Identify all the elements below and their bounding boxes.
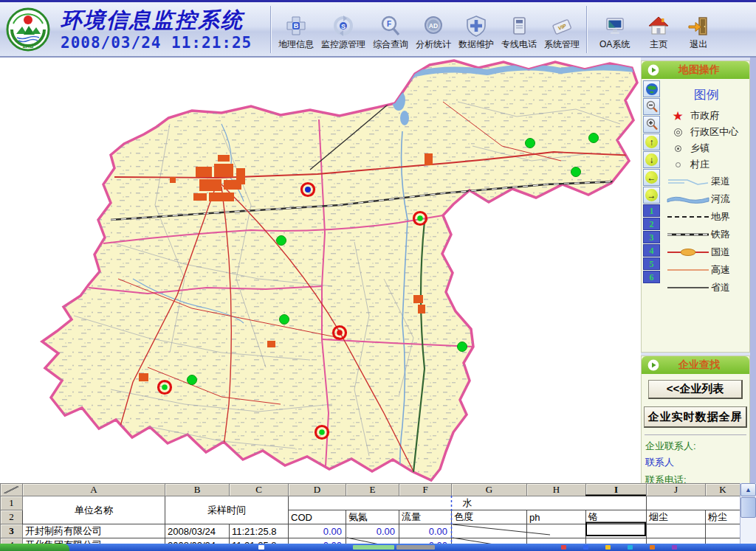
param-cr: 铬 — [586, 510, 647, 524]
canal-line-icon — [667, 176, 709, 187]
col-header-J[interactable]: J — [647, 484, 706, 496]
grid-corner[interactable] — [1, 484, 23, 496]
app-title: 环境信息监控系统 — [61, 7, 267, 32]
svg-text:F: F — [387, 20, 391, 28]
tray-icon[interactable] — [561, 545, 566, 550]
vip-card-icon: VIP — [551, 15, 573, 37]
legend-title: 图例 — [664, 86, 749, 103]
nav-system-manage[interactable]: VIP 系统管理 — [540, 15, 583, 51]
nav-data-maintain[interactable]: 数据维护 — [455, 15, 498, 51]
row-header-1[interactable]: 1 — [1, 496, 23, 510]
table-row: 3 开封制药有限公司 2008/03/24 11:21:25.8 0.00 0.… — [1, 524, 740, 538]
cr-cell[interactable] — [586, 524, 647, 538]
map-marker-green[interactable] — [589, 134, 599, 143]
nav-stats[interactable]: AD 分析统计 — [412, 15, 455, 51]
col-header-C[interactable]: C — [230, 484, 289, 496]
nav-geo-info[interactable]: B 地理信息 — [275, 15, 317, 51]
unit-name-header: 单位名称 — [23, 496, 165, 524]
colority-cell[interactable] — [452, 524, 527, 538]
grid-scrollbar[interactable]: ▲ — [740, 483, 756, 550]
tray-icon[interactable] — [605, 545, 611, 550]
col-header-B[interactable]: B — [165, 484, 230, 496]
col-header-D[interactable]: D — [289, 484, 346, 496]
scale-button-2[interactable]: 2 — [643, 218, 660, 230]
scale-button-6[interactable]: 6 — [643, 271, 660, 283]
map-legend: 图例 ★ 市政府 行政区中心 乡镇 村庄 — [664, 80, 749, 297]
row-header-2[interactable]: 2 — [1, 510, 23, 524]
nav-exit[interactable]: 退出 — [678, 15, 718, 51]
legend-item-expressway: 高速 — [664, 261, 749, 279]
col-header-I[interactable]: I — [586, 484, 647, 496]
map-panel-header[interactable]: 地图操作 — [642, 61, 749, 79]
map-viewport[interactable] — [0, 58, 641, 483]
nav-query[interactable]: F 综合查询 — [369, 15, 412, 51]
map-marker-green[interactable] — [277, 236, 286, 246]
col-header-E[interactable]: E — [346, 484, 399, 496]
row-header-3[interactable]: 3 — [1, 524, 23, 538]
header-bar: ZHB 环境信息监控系统 2008/03/24 11:21:25 B 地理信息 … — [0, 0, 756, 58]
exit-door-icon — [687, 15, 709, 37]
scroll-up-button[interactable]: ▲ — [740, 483, 756, 496]
taskbar-item[interactable] — [353, 545, 394, 550]
nav-oa-system[interactable]: OA系统 — [591, 15, 639, 51]
taskbar-item[interactable] — [396, 545, 435, 550]
right-nav: OA系统 主页 退出 — [591, 5, 718, 54]
flow-cell[interactable]: 0.00 — [399, 524, 452, 538]
map-marker-green[interactable] — [526, 139, 535, 148]
param-cod: COD — [289, 510, 346, 524]
full-extent-button[interactable] — [643, 80, 660, 97]
pan-up-button[interactable]: ↑ — [643, 134, 660, 150]
tray-icon[interactable] — [672, 545, 677, 550]
arrow-up-icon: ↑ — [645, 136, 658, 148]
nav-home[interactable]: 主页 — [639, 15, 678, 51]
nav-hotline[interactable]: 专线电话 — [498, 15, 540, 51]
nav-label: 退出 — [690, 38, 707, 51]
tray-icon[interactable] — [628, 545, 633, 550]
map-marker-green[interactable] — [458, 342, 467, 352]
national-road-icon — [667, 248, 709, 257]
enterprise-name-cell[interactable]: 开封制药有限公司 — [23, 524, 165, 538]
pan-down-button[interactable]: ↓ — [643, 151, 660, 168]
nh3-cell[interactable]: 0.00 — [346, 524, 399, 538]
realtime-fullscreen-button[interactable]: 企业实时数据全屏 — [644, 406, 747, 428]
col-header-F[interactable]: F — [399, 484, 452, 496]
col-header-G[interactable]: G — [452, 484, 527, 496]
tray-icon[interactable] — [583, 545, 588, 550]
enterprise-list-button[interactable]: <<企业列表 — [648, 380, 743, 399]
sample-date-cell[interactable]: 2008/03/24 — [165, 524, 230, 538]
windows-taskbar[interactable] — [0, 544, 756, 551]
col-header-H[interactable]: H — [527, 484, 586, 496]
zoom-out-button[interactable] — [643, 98, 660, 115]
start-button[interactable] — [0, 544, 69, 551]
col-header-K[interactable]: K — [706, 484, 740, 496]
taskbar-caret-icon[interactable] — [258, 545, 264, 550]
data-table[interactable]: A B C D E F G H I J K 1 单位名称 采样时间 水 2 — [0, 483, 740, 551]
empty-group-header — [647, 496, 740, 510]
scale-button-5[interactable]: 5 — [643, 257, 660, 270]
red-star-icon: ★ — [672, 110, 683, 122]
ph-cell[interactable] — [527, 524, 586, 538]
pan-left-button[interactable]: ← — [643, 169, 660, 186]
scroll-thumb[interactable] — [740, 497, 756, 518]
map-marker-green[interactable] — [280, 315, 289, 325]
enterprise-panel-header[interactable]: 企业查找 — [642, 356, 749, 374]
pan-right-button[interactable]: → — [643, 187, 660, 204]
zoom-in-button[interactable] — [643, 116, 660, 133]
nav-source-manage[interactable]: S 监控源管理 — [317, 15, 369, 51]
col-header-A[interactable]: A — [23, 484, 165, 496]
tray-icon[interactable] — [650, 545, 655, 550]
recycle-s-icon: S — [332, 15, 354, 37]
smoke-cell[interactable] — [647, 524, 706, 538]
logo-text: ZHB — [23, 44, 33, 49]
dust-cell[interactable] — [706, 524, 740, 538]
scale-button-3[interactable]: 3 — [643, 231, 660, 243]
nav-label: 综合查询 — [373, 38, 408, 51]
cod-cell[interactable]: 0.00 — [289, 524, 346, 538]
zoom-in-icon — [645, 118, 659, 131]
phone-device-icon — [508, 15, 530, 37]
map-marker-green[interactable] — [571, 167, 581, 177]
scale-button-4[interactable]: 4 — [643, 244, 660, 257]
sample-time-cell[interactable]: 11:21:25.8 — [230, 524, 289, 538]
scale-button-1[interactable]: 1 — [643, 204, 660, 217]
map-marker-green[interactable] — [188, 375, 197, 385]
